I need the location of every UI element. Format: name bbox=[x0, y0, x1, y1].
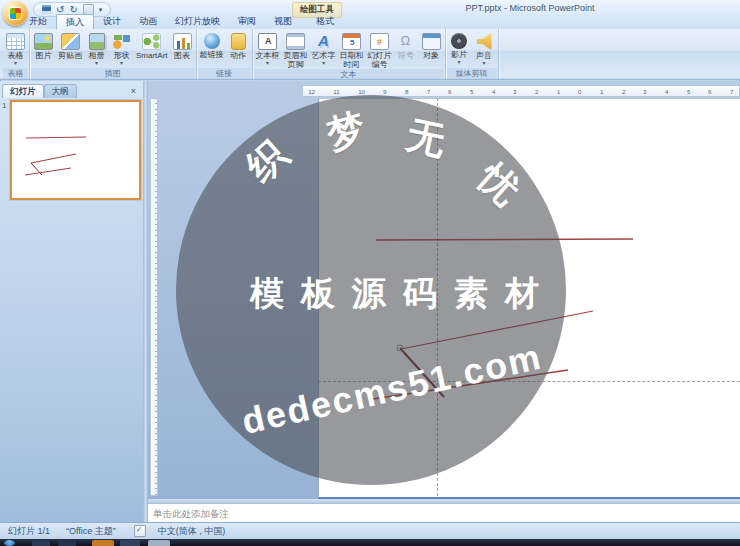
notes-pane[interactable]: 单击此处添加备注 bbox=[148, 503, 740, 523]
tab-view[interactable]: 视图 bbox=[265, 14, 301, 29]
shapes-button[interactable]: 形状 bbox=[109, 29, 134, 66]
thumb-line bbox=[31, 154, 76, 163]
photo-album-icon bbox=[89, 33, 105, 50]
ribbon-group-tables: 表格 表格 bbox=[2, 29, 30, 79]
thumbnail-drawing bbox=[12, 102, 135, 194]
tab-animations[interactable]: 动画 bbox=[130, 14, 166, 29]
sound-icon bbox=[477, 33, 492, 50]
movie-icon bbox=[451, 33, 467, 49]
chart-icon bbox=[173, 33, 192, 50]
start-button-icon[interactable] bbox=[4, 540, 15, 546]
vertical-ruler bbox=[150, 98, 158, 496]
ribbon-group-text: 文本框 页眉和 页脚 艺术字 日期和 时间 幻灯 bbox=[253, 29, 446, 79]
symbol-icon bbox=[397, 33, 416, 50]
shapes-icon bbox=[112, 33, 131, 50]
watermark-char: 无 bbox=[401, 115, 452, 161]
smartart-button[interactable]: SmartArt bbox=[134, 29, 170, 61]
slides-panel: 幻灯片 大纲 1 bbox=[0, 81, 143, 522]
thumbnail-slide-number: 1 bbox=[2, 101, 6, 110]
ribbon-tab-row: 开始 插入 设计 动画 幻灯片放映 审阅 视图 格式 bbox=[20, 14, 343, 29]
group-label-text: 文本 bbox=[254, 69, 444, 80]
powerpoint-window: ↺ ↻ ▾ 绘图工具 PPT.pptx - Microsoft PowerPoi… bbox=[0, 0, 740, 546]
hyperlink-button[interactable]: 超链接 bbox=[198, 29, 226, 60]
ribbon-group-links: 超链接 动作 链接 bbox=[197, 29, 253, 79]
textbox-button[interactable]: 文本框 bbox=[254, 29, 282, 66]
taskbar-item[interactable] bbox=[148, 540, 170, 546]
date-time-button[interactable]: 日期和 时间 bbox=[338, 29, 366, 69]
tab-format[interactable]: 格式 bbox=[307, 14, 343, 29]
action-button[interactable]: 动作 bbox=[226, 29, 251, 61]
office-button[interactable] bbox=[3, 1, 28, 26]
date-time-icon bbox=[342, 33, 361, 50]
status-bar: 幻灯片 1/1 “Office 主题” 中文(简体 , 中国) bbox=[0, 522, 740, 539]
tab-review[interactable]: 审阅 bbox=[229, 14, 265, 29]
group-label-illustrations: 插图 bbox=[31, 68, 195, 79]
notes-placeholder: 单击此处添加备注 bbox=[153, 508, 229, 521]
panel-tabs: 幻灯片 大纲 bbox=[2, 84, 140, 98]
ribbon-group-media: 影片 声音 媒体剪辑 bbox=[446, 29, 499, 79]
thumb-line bbox=[26, 137, 86, 138]
spell-check-icon[interactable] bbox=[134, 525, 146, 537]
table-button[interactable]: 表格 bbox=[3, 29, 28, 66]
slide-number-button[interactable]: 幻灯片 编号 bbox=[366, 29, 394, 69]
taskbar-item[interactable] bbox=[120, 540, 140, 546]
theme-name: “Office 主题” bbox=[58, 525, 124, 538]
taskbar-item[interactable] bbox=[92, 540, 114, 546]
symbol-button: 符号 bbox=[394, 29, 419, 61]
clipart-icon bbox=[61, 33, 80, 50]
movie-button[interactable]: 影片 bbox=[447, 29, 472, 65]
tab-slides-thumbnails[interactable]: 幻灯片 bbox=[2, 84, 44, 98]
redo-icon[interactable]: ↻ bbox=[69, 5, 77, 15]
watermark-middle-text: 模板源码素材 bbox=[250, 271, 556, 317]
picture-button[interactable]: 图片 bbox=[31, 29, 56, 61]
window-title: PPT.pptx - Microsoft PowerPoint bbox=[430, 3, 630, 13]
tab-design[interactable]: 设计 bbox=[94, 14, 130, 29]
save-icon[interactable] bbox=[42, 5, 51, 14]
tab-outline[interactable]: 大纲 bbox=[44, 84, 77, 98]
object-button[interactable]: 对象 bbox=[419, 29, 444, 61]
group-label-links: 链接 bbox=[198, 68, 251, 79]
tab-insert[interactable]: 插入 bbox=[56, 14, 94, 29]
clipart-button[interactable]: 剪贴画 bbox=[56, 29, 84, 61]
smartart-icon bbox=[142, 33, 161, 50]
object-icon bbox=[422, 33, 441, 50]
slide-thumbnail[interactable] bbox=[10, 100, 141, 200]
header-footer-icon bbox=[286, 33, 305, 50]
taskbar-item[interactable] bbox=[32, 540, 50, 546]
undo-icon[interactable]: ↺ bbox=[56, 5, 64, 15]
qat-customize-icon[interactable]: ▾ bbox=[99, 6, 103, 14]
office-logo-icon bbox=[10, 8, 21, 19]
hyperlink-icon bbox=[204, 33, 220, 49]
group-label-tables: 表格 bbox=[3, 68, 28, 79]
textbox-icon bbox=[258, 33, 277, 50]
language-indicator[interactable]: 中文(简体 , 中国) bbox=[150, 525, 234, 538]
thumb-line bbox=[25, 168, 71, 175]
slide-indicator: 幻灯片 1/1 bbox=[0, 525, 58, 538]
ribbon: 表格 表格 图片 剪贴画 相册 bbox=[0, 29, 740, 80]
photo-album-button[interactable]: 相册 bbox=[84, 29, 109, 66]
sound-button[interactable]: 声音 bbox=[472, 29, 497, 66]
wordart-icon bbox=[314, 33, 333, 50]
ribbon-group-illustrations: 图片 剪贴画 相册 形状 SmartArt bbox=[30, 29, 197, 79]
chart-button[interactable]: 图表 bbox=[170, 29, 195, 61]
close-panel-icon[interactable] bbox=[127, 85, 140, 98]
group-label-media: 媒体剪辑 bbox=[447, 68, 497, 79]
tab-slideshow[interactable]: 幻灯片放映 bbox=[166, 14, 229, 29]
table-icon bbox=[6, 33, 25, 50]
header-footer-button[interactable]: 页眉和 页脚 bbox=[282, 29, 310, 69]
taskbar-item[interactable] bbox=[58, 540, 76, 546]
action-icon bbox=[231, 33, 246, 50]
picture-icon bbox=[34, 33, 53, 50]
wordart-button[interactable]: 艺术字 bbox=[310, 29, 338, 66]
slide-number-icon bbox=[370, 33, 389, 50]
